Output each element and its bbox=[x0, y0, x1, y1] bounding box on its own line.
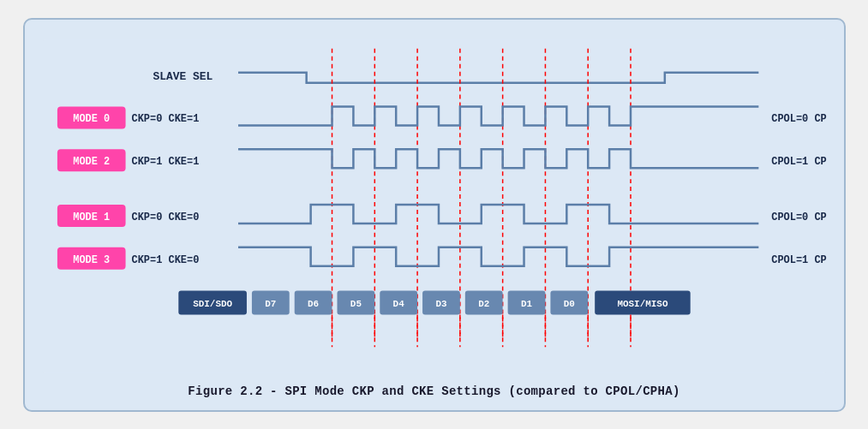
main-container: SLAVE SEL MODE 0 CKP=0 CKE=1 CP bbox=[23, 18, 846, 412]
svg-text:CPOL=1  CPHA=1: CPOL=1 CPHA=1 bbox=[771, 253, 827, 265]
svg-text:D7: D7 bbox=[265, 299, 276, 309]
svg-text:MODE 1: MODE 1 bbox=[73, 211, 110, 223]
svg-text:D3: D3 bbox=[435, 299, 447, 309]
svg-text:SLAVE SEL: SLAVE SEL bbox=[153, 69, 213, 82]
svg-text:MOSI/MISO: MOSI/MISO bbox=[617, 299, 668, 309]
svg-text:MODE 0: MODE 0 bbox=[73, 113, 110, 125]
svg-text:MODE 3: MODE 3 bbox=[73, 253, 110, 265]
svg-rect-0 bbox=[42, 39, 827, 372]
svg-text:D1: D1 bbox=[520, 299, 532, 309]
svg-text:CPOL=1  CPHA=0: CPOL=1 CPHA=0 bbox=[771, 156, 827, 168]
svg-text:CKP=1  CKE=0: CKP=1 CKE=0 bbox=[131, 253, 199, 265]
svg-text:D5: D5 bbox=[350, 299, 361, 309]
svg-text:CKP=0  CKE=0: CKP=0 CKE=0 bbox=[131, 211, 199, 223]
svg-text:D2: D2 bbox=[478, 299, 489, 309]
svg-text:CPOL=0  CPHA=1: CPOL=0 CPHA=1 bbox=[771, 211, 827, 223]
svg-text:CPOL=0  CPHA=0: CPOL=0 CPHA=0 bbox=[771, 113, 827, 125]
diagram-area: SLAVE SEL MODE 0 CKP=0 CKE=1 CP bbox=[42, 35, 827, 378]
svg-text:D6: D6 bbox=[308, 299, 319, 309]
svg-text:MODE 2: MODE 2 bbox=[73, 156, 110, 168]
svg-text:D0: D0 bbox=[563, 299, 574, 309]
figure-caption: Figure 2.2 - SPI Mode CKP and CKE Settin… bbox=[42, 384, 827, 398]
svg-text:CKP=0  CKE=1: CKP=0 CKE=1 bbox=[131, 113, 199, 125]
svg-text:SDI/SDO: SDI/SDO bbox=[193, 299, 232, 309]
svg-text:CKP=1  CKE=1: CKP=1 CKE=1 bbox=[131, 156, 199, 168]
svg-text:D4: D4 bbox=[392, 299, 404, 309]
